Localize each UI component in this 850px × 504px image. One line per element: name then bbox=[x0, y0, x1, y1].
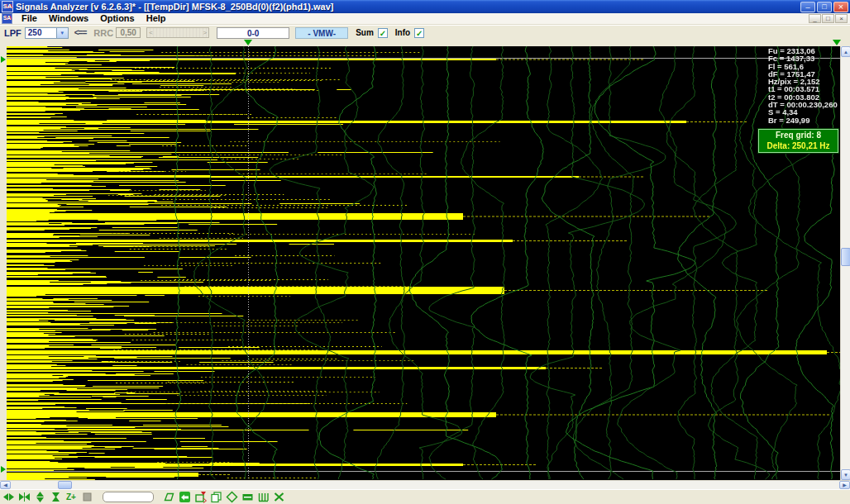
sum-label: Sum bbox=[356, 28, 374, 37]
expand-vertical-icon[interactable] bbox=[34, 491, 46, 503]
app-icon: SA bbox=[2, 1, 13, 12]
close-button[interactable] bbox=[833, 2, 848, 12]
info-checkbox[interactable]: ✓ bbox=[414, 28, 424, 38]
menu-item-help[interactable]: Help bbox=[141, 13, 172, 24]
cursor-marker-icon[interactable] bbox=[244, 40, 252, 45]
main-toolbar: LPF 250 ▼ <== RRC 0,50 <> 0-0 - VMW- Sum… bbox=[0, 25, 850, 40]
scroll-down-icon[interactable]: ▼ bbox=[841, 469, 850, 480]
menu-item-file[interactable]: File bbox=[16, 13, 43, 24]
expand-horizontal-icon[interactable] bbox=[2, 491, 15, 503]
rrc-label: RRC bbox=[93, 28, 113, 38]
vertical-scrollbar[interactable]: ▲ ▼ bbox=[840, 46, 850, 480]
vmw-button[interactable]: - VMW- bbox=[295, 27, 348, 39]
scroll-up-icon[interactable]: ▲ bbox=[841, 46, 850, 57]
info-line: Br = 249,99 bbox=[768, 116, 838, 124]
app-window: SA Signals Analyzer [v 6.2.6.3]* - [[Tem… bbox=[0, 0, 850, 504]
left-margin bbox=[0, 46, 7, 480]
diamond-marker-icon[interactable] bbox=[226, 491, 238, 503]
scroll-left-icon[interactable]: ◀ bbox=[0, 481, 11, 489]
stop-square-icon[interactable] bbox=[81, 491, 93, 503]
level-marker-icon[interactable] bbox=[1, 56, 6, 63]
polygon-select-icon[interactable] bbox=[163, 491, 175, 503]
scroll-right-icon[interactable]: ▶ bbox=[839, 481, 850, 489]
delete-icon[interactable] bbox=[273, 491, 285, 503]
child-close-button[interactable]: × bbox=[835, 14, 848, 23]
menu-item-windows[interactable]: Windows bbox=[43, 13, 94, 24]
level-marker-icon[interactable] bbox=[1, 466, 6, 473]
chevron-down-icon[interactable]: ▼ bbox=[56, 28, 68, 38]
lpf-dropdown[interactable]: 250 ▼ bbox=[25, 27, 69, 39]
freq-grid-box: Freq grid: 8 Delta: 250,21 Hz bbox=[758, 129, 838, 153]
rrc-input[interactable]: 0,50 bbox=[116, 27, 141, 38]
slider-left-arrow-icon[interactable]: < bbox=[147, 28, 155, 37]
rrc-slider[interactable]: <> bbox=[146, 27, 209, 38]
menu-items: FileWindowsOptionsHelp bbox=[16, 13, 172, 24]
child-restore-button[interactable]: □ bbox=[822, 14, 834, 23]
child-minimize-button[interactable]: _ bbox=[809, 14, 821, 23]
delta-label: Delta: 250,21 Hz bbox=[759, 141, 838, 151]
apply-arrow-label: <== bbox=[74, 28, 87, 37]
freq-grid-label: Freq grid: 8 bbox=[759, 130, 838, 141]
menu-item-options[interactable]: Options bbox=[94, 13, 141, 24]
bottom-text-field[interactable] bbox=[103, 492, 154, 502]
sum-checkbox[interactable]: ✓ bbox=[378, 28, 388, 38]
minimize-button[interactable] bbox=[800, 2, 815, 12]
lpf-label: LPF bbox=[4, 28, 21, 38]
bottom-toolbar: Z+ bbox=[0, 489, 850, 504]
titlebar: SA Signals Analyzer [v 6.2.6.3]* - [[Tem… bbox=[0, 0, 850, 13]
copy-icon[interactable] bbox=[210, 491, 222, 503]
lpf-value: 250 bbox=[26, 28, 56, 38]
compress-horizontal-icon[interactable] bbox=[18, 491, 31, 503]
svg-text:Z+: Z+ bbox=[66, 492, 76, 502]
info-label: Info bbox=[395, 28, 410, 37]
measurement-info-panel: Fu = 2313,06Fc = 1437,33Fl = 561,6dF = 1… bbox=[768, 47, 838, 124]
restore-button[interactable] bbox=[817, 2, 832, 12]
child-window-controls: _ □ × bbox=[809, 14, 850, 23]
zoom-plus-icon[interactable]: Z+ bbox=[65, 491, 78, 503]
capture-icon[interactable] bbox=[194, 491, 207, 503]
horizontal-scrollbar[interactable]: ◀ ▶ bbox=[0, 480, 850, 489]
back-icon[interactable] bbox=[179, 491, 191, 503]
document-icon[interactable]: SA bbox=[2, 13, 12, 24]
vertical-scroll-thumb[interactable] bbox=[841, 248, 850, 266]
spectrogram-canvas[interactable] bbox=[7, 46, 840, 480]
slider-right-arrow-icon[interactable]: > bbox=[201, 28, 208, 37]
comb-filter-icon[interactable] bbox=[257, 491, 270, 503]
right-cursor-marker-icon[interactable] bbox=[833, 40, 841, 45]
horizontal-scroll-thumb[interactable] bbox=[58, 481, 72, 489]
hourglass-icon[interactable] bbox=[50, 491, 62, 503]
z-range-icon[interactable] bbox=[241, 491, 254, 503]
window-title: Signals Analyzer [v 6.2.6.3]* - [[TempDi… bbox=[16, 2, 799, 12]
menubar: SA FileWindowsOptionsHelp _ □ × bbox=[0, 13, 850, 25]
range-display: 0-0 bbox=[217, 27, 289, 39]
time-ruler[interactable] bbox=[0, 40, 850, 46]
